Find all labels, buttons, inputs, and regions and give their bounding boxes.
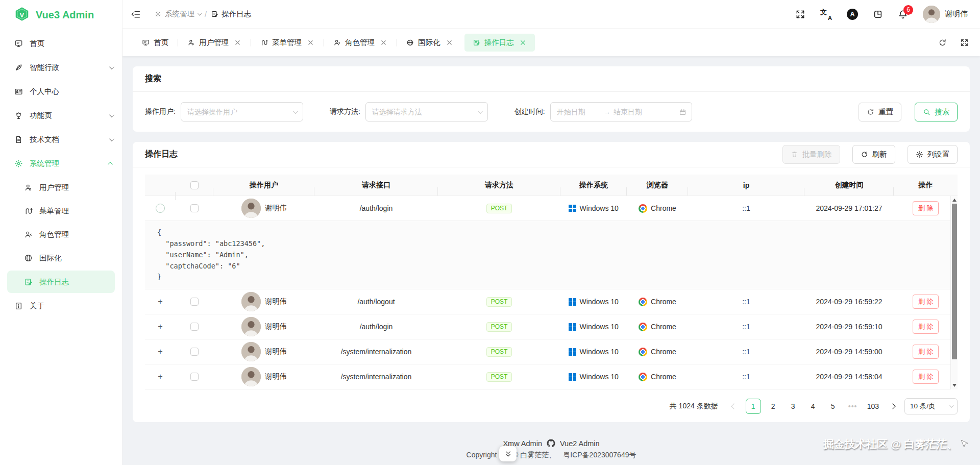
user-cell: 谢明伟 [213,317,314,336]
scrollbar-up-arrow[interactable] [952,199,957,202]
row-checkbox[interactable] [190,204,199,212]
breadcrumb-separator: / [205,10,207,18]
request-method-select[interactable] [365,102,488,121]
sidebar-item-tech-docs[interactable]: 技术文档 [0,128,122,152]
page-4[interactable]: 4 [805,399,821,414]
page-5[interactable]: 5 [825,399,841,414]
delete-button[interactable]: 删 除 [913,320,939,334]
action-cell: 删 除 [894,320,958,334]
chrome-icon [639,204,647,213]
delete-button[interactable]: 删 除 [913,370,939,384]
refresh-button[interactable]: 刷新 [852,145,895,164]
refresh-tab-button[interactable] [938,38,947,47]
tab-user-manage[interactable]: 用户管理 [181,34,248,52]
fullscreen-button[interactable] [795,9,805,19]
scroll-down-indicator[interactable] [499,446,517,461]
log-card-title: 操作日志 [145,149,178,160]
tab-home[interactable]: 首页 [136,34,175,52]
column-settings-button[interactable]: 列设置 [908,145,958,164]
page-ellipsis[interactable]: ••• [845,399,861,414]
main-area: 系统管理 / 操作日志 6 [122,0,980,465]
action-cell: 删 除 [894,345,958,359]
date-end-input[interactable] [614,108,657,116]
request-method-input[interactable] [372,108,473,116]
row-checkbox[interactable] [190,323,199,331]
theme-skin-button[interactable] [873,9,883,19]
font-size-icon [847,9,858,20]
close-icon[interactable] [519,39,527,46]
sidebar-item-smart-admin[interactable]: 智能行政 [0,56,122,80]
about-icon [14,302,23,310]
ip-cell: ::1 [688,323,804,331]
sidebar-item-system-manage[interactable]: 系统管理 [0,152,122,176]
batch-delete-label: 批量删除 [802,150,832,159]
prev-page-button[interactable] [727,399,741,413]
tab-menu-manage[interactable]: 菜单管理 [254,34,321,52]
operate-user-select[interactable] [181,102,303,121]
tab-i18n[interactable]: 国际化 [400,34,459,52]
column-header-user: 操作用户 [213,181,314,190]
delete-button[interactable]: 删 除 [913,345,939,359]
app-logo[interactable]: V Vue3 Admin [0,0,122,30]
tab-actions [938,38,969,47]
translate-icon [820,9,832,20]
font-size-button[interactable] [847,9,858,20]
notification-button[interactable]: 6 [898,9,908,19]
page-2[interactable]: 2 [766,399,781,414]
language-switch-button[interactable] [820,9,832,20]
user-menu[interactable]: 谢明伟 [923,6,968,23]
operate-user-input[interactable] [187,108,288,116]
page-1[interactable]: 1 [746,399,761,414]
tab-operation-log[interactable]: 操作日志 [464,34,535,52]
page-size-select[interactable]: 10 条/页 [904,398,958,414]
breadcrumb-parent[interactable]: 系统管理 [154,9,201,19]
table-row: − 谢明伟 /auth/login POST Windows 10 Chrome… [145,196,958,221]
close-icon[interactable] [234,39,241,46]
expand-row-button[interactable]: + [158,347,162,356]
close-icon[interactable] [380,39,387,46]
sidebar-item-home[interactable]: 首页 [0,32,122,56]
expand-row-button[interactable]: + [158,322,162,331]
search-button[interactable]: 搜索 [915,103,958,121]
close-icon[interactable] [307,39,314,46]
sidebar-item-i18n[interactable]: 国际化 [0,246,122,270]
sidebar-item-personal-center[interactable]: 个人中心 [0,80,122,104]
sidebar-item-operation-log[interactable]: 操作日志 [7,271,115,293]
page-3[interactable]: 3 [786,399,801,414]
date-start-input[interactable] [557,108,601,116]
sidebar-item-menu-manage[interactable]: 菜单管理 [0,199,122,223]
next-page-button[interactable] [886,399,900,413]
avatar [241,317,261,336]
sidebar-item-label: 角色管理 [39,230,69,239]
expand-row-button[interactable]: + [158,297,162,306]
delete-button[interactable]: 删 除 [913,295,939,309]
footer-link-vue2-admin[interactable]: Vue2 Admin [560,439,600,448]
ip-cell: ::1 [688,298,804,306]
sidebar-item-about[interactable]: 关于 [0,294,122,318]
expand-row-button[interactable]: + [158,372,162,381]
batch-delete-button[interactable]: 批量删除 [782,145,840,164]
page-103[interactable]: 103 [865,399,881,414]
icp-link[interactable]: 粤ICP备2023007649号 [563,451,636,460]
scrollbar-down-arrow[interactable] [952,384,957,387]
select-all-checkbox[interactable] [190,181,199,189]
top-navbar: 系统管理 / 操作日志 6 [122,0,980,29]
chevron-right-icon [890,404,895,409]
date-range-picker[interactable]: → [550,102,692,121]
delete-button[interactable]: 删 除 [913,201,939,215]
column-header-action: 操作 [894,181,958,190]
reset-button[interactable]: 重置 [859,103,901,121]
close-icon[interactable] [446,39,453,46]
scrollbar-thumb[interactable] [952,204,957,359]
maximize-content-button[interactable] [960,38,969,47]
sidebar-item-user-manage[interactable]: 用户管理 [0,176,122,199]
row-checkbox[interactable] [190,348,199,356]
action-cell: 删 除 [894,370,958,384]
row-checkbox[interactable] [190,298,199,306]
sidebar-item-feature-pages[interactable]: 功能页 [0,104,122,128]
collapse-row-button[interactable]: − [156,204,165,213]
row-checkbox[interactable] [190,373,199,381]
sidebar-item-role-manage[interactable]: 角色管理 [0,223,122,246]
tab-role-manage[interactable]: 角色管理 [327,34,394,52]
sidebar-collapse-button[interactable] [131,9,141,19]
